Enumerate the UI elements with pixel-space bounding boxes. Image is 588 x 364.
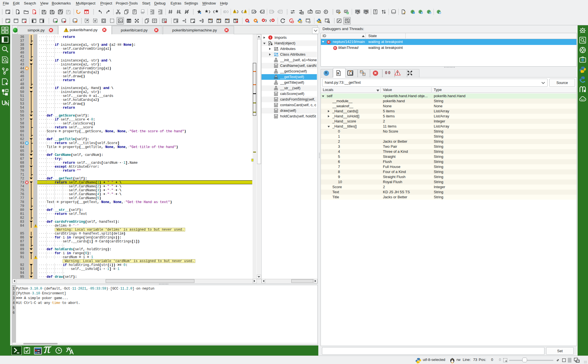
svg-text:MQTT: MQTT	[581, 99, 585, 101]
svg-text:{}: {}	[209, 20, 212, 23]
svg-text:Qt: Qt	[365, 11, 367, 13]
svg-text:{}: {}	[226, 20, 229, 23]
svg-text:Qt: Qt	[357, 11, 358, 13]
svg-text:Qt: Qt	[337, 10, 339, 13]
svg-text:{}: {}	[218, 20, 221, 23]
